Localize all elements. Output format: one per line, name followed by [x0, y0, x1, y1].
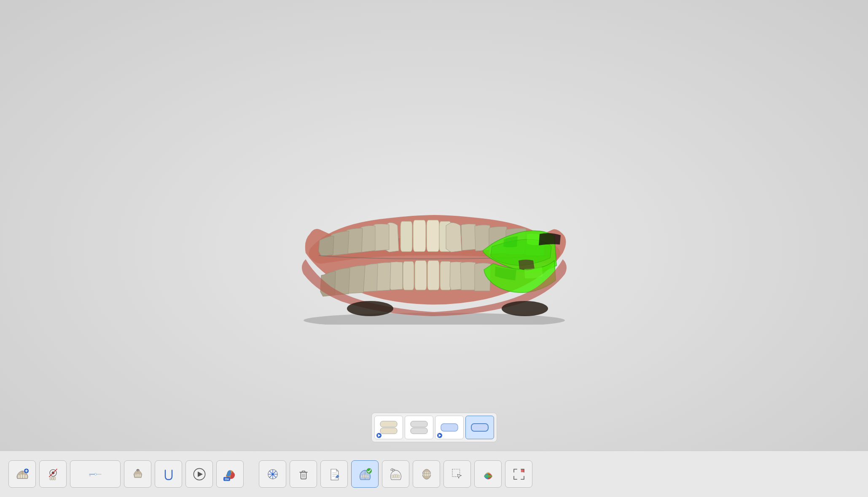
- svg-rect-66: [365, 474, 367, 478]
- svg-rect-22: [22, 474, 24, 478]
- svg-text:Off: Off: [89, 475, 91, 476]
- svg-rect-80: [429, 473, 430, 476]
- svg-rect-40: [135, 474, 137, 477]
- svg-marker-44: [198, 471, 203, 477]
- svg-rect-5: [415, 261, 427, 290]
- svg-rect-79: [427, 473, 428, 476]
- cursor-box-button[interactable]: [443, 460, 471, 488]
- svg-rect-30: [50, 477, 51, 480]
- view-btn-both-color-wrap: [374, 416, 403, 439]
- svg-rect-23: [25, 475, 27, 478]
- svg-point-52: [271, 473, 274, 475]
- svg-rect-64: [361, 475, 363, 478]
- svg-rect-31: [51, 477, 53, 480]
- teeth-tools-button[interactable]: [124, 460, 151, 488]
- svg-rect-6: [427, 261, 439, 290]
- svg-rect-18: [471, 424, 488, 431]
- svg-rect-16: [441, 424, 458, 431]
- bite-button[interactable]: [413, 460, 440, 488]
- svg-rect-70: [394, 474, 395, 478]
- svg-marker-17: [438, 434, 441, 437]
- svg-point-68: [366, 468, 372, 473]
- svg-rect-7: [403, 261, 414, 290]
- svg-marker-82: [457, 474, 462, 478]
- svg-rect-41: [137, 474, 139, 477]
- svg-rect-20: [18, 475, 20, 478]
- svg-rect-71: [396, 474, 398, 478]
- play-button[interactable]: [185, 460, 213, 488]
- svg-rect-32: [54, 477, 55, 480]
- view-btn-both-plain-wrap: [405, 416, 433, 439]
- svg-rect-42: [139, 474, 141, 477]
- svg-rect-14: [411, 421, 427, 427]
- view-selector-panel: [371, 413, 497, 442]
- view-btn-both-plain[interactable]: [405, 416, 433, 439]
- svg-point-9: [347, 301, 393, 316]
- view-btn-single-color-wrap: [435, 416, 464, 439]
- svg-rect-77: [423, 473, 425, 476]
- bottom-toolbar: Off: [0, 451, 868, 497]
- svg-point-10: [502, 301, 548, 316]
- svg-rect-72: [398, 475, 399, 478]
- svg-rect-21: [20, 474, 22, 478]
- dental-model: [266, 156, 603, 325]
- svg-rect-67: [367, 475, 368, 478]
- view-btn-single-plain[interactable]: [465, 416, 494, 439]
- color-toggle-button[interactable]: On: [216, 460, 244, 488]
- svg-rect-2: [427, 220, 439, 252]
- visibility-button[interactable]: [39, 460, 67, 488]
- delete-button[interactable]: [290, 460, 317, 488]
- frame-button[interactable]: [505, 460, 532, 488]
- svg-rect-55: [302, 471, 304, 472]
- svg-rect-8: [440, 261, 451, 290]
- teeth-select-button[interactable]: [351, 460, 379, 488]
- magic-tool-button[interactable]: [259, 460, 286, 488]
- svg-marker-13: [378, 434, 380, 437]
- svg-rect-65: [363, 474, 365, 478]
- svg-rect-69: [392, 475, 393, 478]
- view-btn-single-plain-wrap: [465, 416, 494, 439]
- svg-rect-3: [400, 221, 412, 252]
- svg-rect-11: [380, 421, 397, 427]
- svg-rect-83: [521, 469, 524, 472]
- svg-rect-1: [413, 220, 426, 252]
- teeth-chain-button[interactable]: [382, 460, 409, 488]
- jaw-model-button[interactable]: [8, 460, 36, 488]
- svg-point-35: [94, 473, 97, 475]
- document-button[interactable]: [320, 460, 348, 488]
- svg-line-29: [49, 469, 57, 477]
- svg-rect-12: [380, 428, 397, 434]
- svg-rect-78: [425, 473, 427, 476]
- arch-button[interactable]: [155, 460, 182, 488]
- opacity-slider[interactable]: Off: [70, 460, 121, 488]
- view-btn-single-color[interactable]: [435, 416, 464, 439]
- view-btn-both-color[interactable]: [374, 416, 403, 439]
- color-3d-button[interactable]: [474, 460, 502, 488]
- svg-rect-15: [411, 428, 427, 434]
- svg-text:On: On: [225, 477, 229, 481]
